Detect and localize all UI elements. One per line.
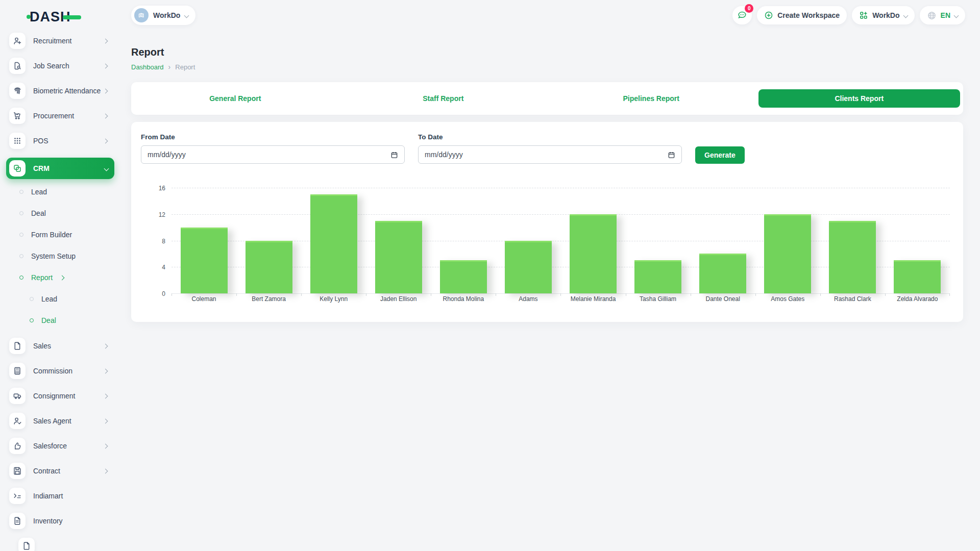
sidebar-item-salesforce[interactable]: Salesforce	[9, 438, 110, 454]
bullet-icon	[30, 318, 34, 322]
breadcrumb: Dashboard › Report	[131, 63, 963, 71]
cart-icon	[9, 108, 26, 124]
generate-button[interactable]: Generate	[695, 146, 745, 164]
x-axis-tick	[691, 293, 691, 296]
bar-zelda-alvarado[interactable]	[894, 260, 941, 293]
sidebar-item-sales-agent[interactable]: Sales Agent	[9, 413, 110, 429]
tab-general-report[interactable]: General Report	[131, 82, 339, 115]
sidebar-item-crm[interactable]: CRM	[6, 158, 114, 179]
chevron-down-icon	[184, 13, 189, 18]
chart-category-amos-gates: Amos Gates	[755, 188, 820, 293]
language-selector[interactable]: EN	[920, 6, 965, 24]
x-axis-tick	[820, 293, 821, 296]
workspace-switcher-label: WorkDo	[872, 11, 899, 19]
sidebar-subitem-label: Form Builder	[31, 231, 72, 239]
sidebar-nav: RecruitmentJob SearchBiometric Attendanc…	[0, 31, 117, 551]
sidebar-item-sales[interactable]: Sales	[9, 338, 110, 354]
apps-grid-icon	[859, 11, 868, 20]
tab-staff-report[interactable]: Staff Report	[339, 82, 548, 115]
bar-kelly-lynn[interactable]	[310, 194, 357, 293]
y-axis-tick-label: 4	[141, 264, 165, 271]
sidebar-item-job-search[interactable]: Job Search	[9, 58, 110, 74]
bar-tasha-gilliam[interactable]	[634, 260, 681, 293]
messages-badge: 0	[745, 4, 753, 13]
sidebar-item-recruitment[interactable]: Recruitment	[9, 33, 110, 49]
chart-category-melanie-miranda: Melanie Miranda	[560, 188, 625, 293]
sidebar-item-biometric-attendance[interactable]: Biometric Attendance	[9, 83, 110, 99]
sidebar-subitem-lead[interactable]: Lead	[30, 295, 110, 303]
from-date-label: From Date	[141, 133, 405, 141]
x-axis-tick	[885, 293, 886, 296]
sidebar-subitem-label: Deal	[31, 209, 46, 217]
breadcrumb-dashboard-link[interactable]: Dashboard	[131, 63, 164, 71]
sidebar-item-partial[interactable]	[18, 538, 110, 551]
sidebar-item-contract[interactable]: Contract	[9, 463, 110, 479]
y-axis-tick-label: 16	[141, 185, 165, 192]
user-check-icon	[9, 413, 26, 429]
bar-rhonda-molina[interactable]	[440, 260, 487, 293]
file-lines-icon	[9, 513, 26, 529]
bar-amos-gates[interactable]	[764, 214, 811, 293]
sidebar-item-pos[interactable]: POS	[9, 133, 110, 149]
sidebar-item-commission[interactable]: Commission	[9, 363, 110, 379]
x-axis-category-label: Zelda Alvarado	[885, 295, 950, 303]
to-date-field: To Date mm/dd/yyyy	[418, 133, 682, 164]
sidebar-item-label: Sales	[33, 342, 110, 350]
sidebar-item-procurement[interactable]: Procurement	[9, 108, 110, 124]
bar-coleman[interactable]	[181, 228, 228, 293]
tab-pipelines-report[interactable]: Pipelines Report	[547, 82, 755, 115]
sidebar-subitem-lead[interactable]: Lead	[19, 188, 110, 196]
clients-report-bar-chart: 1612840ColemanBert ZamoraKelly LynnJaden…	[141, 188, 950, 293]
workspace-switcher[interactable]: WorkDo	[852, 6, 914, 24]
bar-melanie-miranda[interactable]	[570, 214, 617, 293]
sidebar-subitem-label: Lead	[41, 295, 57, 303]
sidebar-subitem-report[interactable]: Report	[19, 273, 110, 282]
sidebar-subitem-deal[interactable]: Deal	[30, 316, 110, 324]
sidebar-item-consignment[interactable]: Consignment	[9, 388, 110, 404]
bars-area: ColemanBert ZamoraKelly LynnJaden Elliso…	[172, 188, 950, 293]
sidebar-item-label: POS	[33, 137, 110, 145]
sidebar-subitem-system-setup[interactable]: System Setup	[19, 252, 110, 260]
workspace-name: WorkDo	[153, 11, 180, 19]
create-workspace-button[interactable]: Create Workspace	[757, 6, 847, 24]
workspace-chip[interactable]: WorkDo	[131, 6, 195, 25]
create-workspace-label: Create Workspace	[777, 11, 840, 19]
app-logo[interactable]: DASH	[0, 0, 117, 31]
fingerprint-icon	[9, 83, 26, 99]
sidebar-item-label: Biometric Attendance	[33, 87, 110, 95]
sidebar-subitem-label: Lead	[31, 188, 47, 196]
report-tabs: General ReportStaff ReportPipelines Repo…	[131, 82, 963, 115]
chevron-down-icon	[954, 13, 959, 18]
truck-icon	[9, 388, 26, 404]
sidebar-item-inventory[interactable]: Inventory	[9, 513, 110, 529]
bar-rashad-clark[interactable]	[829, 221, 876, 293]
sidebar-subitem-label: Report	[31, 273, 53, 282]
x-axis-tick	[560, 293, 561, 296]
to-date-input[interactable]: mm/dd/yyyy	[418, 145, 682, 164]
messages-button[interactable]: 0	[732, 6, 752, 24]
bar-dante-oneal[interactable]	[699, 254, 746, 293]
header-actions: 0 Create Workspace WorkDo EN	[732, 6, 965, 24]
tab-clients-report[interactable]: Clients Report	[755, 82, 964, 115]
sidebar-subitem-label: Deal	[41, 316, 56, 324]
x-axis-tick	[301, 293, 302, 296]
bar-bert-zamora[interactable]	[246, 241, 292, 294]
bullet-icon	[30, 297, 34, 301]
bar-jaden-ellison[interactable]	[375, 221, 422, 293]
from-date-input[interactable]: mm/dd/yyyy	[141, 145, 405, 164]
chart-category-coleman: Coleman	[172, 188, 236, 293]
calendar-icon	[390, 151, 398, 159]
chart-category-kelly-lynn: Kelly Lynn	[301, 188, 366, 293]
sidebar-item-indiamart[interactable]: Indiamart	[9, 488, 110, 504]
sidebar-subitem-deal[interactable]: Deal	[19, 209, 110, 217]
sidebar-item-label: Consignment	[33, 392, 110, 400]
x-axis-category-label: Bert Zamora	[236, 295, 301, 303]
sidebar-subitem-form-builder[interactable]: Form Builder	[19, 231, 110, 239]
sidebar-subitem-label: System Setup	[31, 252, 76, 260]
globe-icon	[927, 11, 937, 20]
sidebar-item-label: Contract	[33, 467, 110, 475]
bar-adams[interactable]	[505, 241, 552, 294]
x-axis-category-label: Coleman	[172, 295, 236, 303]
x-axis-tick	[949, 293, 950, 296]
report-filter-card: From Date mm/dd/yyyy To Date mm/dd/yyyy	[131, 122, 963, 322]
